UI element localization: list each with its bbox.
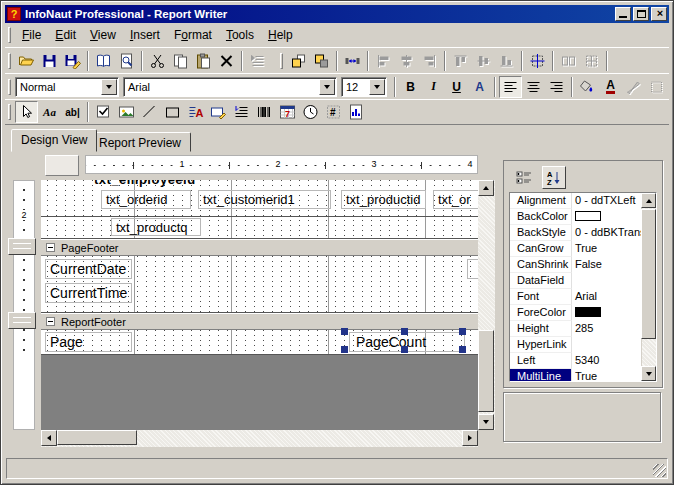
menu-edit[interactable]: Edit bbox=[48, 26, 83, 44]
minimize-button[interactable] bbox=[615, 7, 631, 21]
collapse-icon[interactable] bbox=[46, 243, 55, 252]
property-row[interactable]: DataField bbox=[510, 273, 641, 289]
barcode-tool-button[interactable] bbox=[253, 101, 276, 123]
checkbox-tool-button[interactable] bbox=[92, 101, 115, 123]
property-row[interactable]: ForeColor bbox=[510, 305, 641, 321]
field-currenttime[interactable]: CurrentTime bbox=[45, 283, 132, 303]
property-row[interactable]: HyperLink bbox=[510, 337, 641, 353]
property-row[interactable]: Alignment0 - ddTXLeft bbox=[510, 193, 641, 209]
fill-color-button[interactable] bbox=[576, 76, 599, 98]
rich-text-tool-button[interactable]: A bbox=[184, 101, 207, 123]
field-txt-productq[interactable]: txt_productq bbox=[111, 218, 201, 236]
property-row-selected[interactable]: MultiLineTrue bbox=[510, 369, 641, 382]
print-preview-button[interactable] bbox=[115, 50, 138, 72]
field-txt-productid[interactable]: txt_productid bbox=[341, 190, 426, 209]
font-size-combo[interactable]: 12 bbox=[341, 77, 387, 97]
reportfooter-section-handle[interactable] bbox=[8, 312, 36, 329]
menu-view[interactable]: View bbox=[83, 26, 123, 44]
style-combo-dropdown[interactable] bbox=[101, 79, 117, 95]
font-combo-dropdown[interactable] bbox=[319, 79, 335, 95]
pointer-tool-button[interactable] bbox=[15, 101, 38, 123]
selection-handle[interactable] bbox=[401, 346, 408, 353]
clock-tool-button[interactable] bbox=[299, 101, 322, 123]
italic-button[interactable]: I bbox=[422, 76, 445, 98]
scroll-right-button[interactable] bbox=[462, 430, 478, 446]
textbox-tool-button[interactable]: ab| bbox=[61, 101, 84, 123]
menu-insert[interactable]: Insert bbox=[123, 26, 167, 44]
font-combo[interactable]: Arial bbox=[123, 77, 337, 97]
backcolor-swatch[interactable] bbox=[575, 211, 601, 221]
save-button[interactable] bbox=[38, 50, 61, 72]
selection-handle[interactable] bbox=[401, 328, 408, 335]
property-grid-scrollbar[interactable] bbox=[641, 193, 656, 381]
menu-drag-handle[interactable] bbox=[8, 27, 11, 43]
property-row[interactable]: CanGrowTrue bbox=[510, 241, 641, 257]
vertical-scroll-thumb[interactable] bbox=[478, 330, 494, 412]
send-to-back-button[interactable] bbox=[310, 50, 333, 72]
section-reportfooter-body[interactable]: Page PageCount bbox=[41, 330, 478, 355]
categorized-view-button[interactable] bbox=[512, 166, 536, 189]
field-tool-button[interactable] bbox=[207, 101, 230, 123]
maximize-button[interactable] bbox=[633, 7, 649, 21]
scroll-down-button[interactable] bbox=[478, 414, 494, 430]
book-button[interactable] bbox=[92, 50, 115, 72]
property-row[interactable]: Left5340 bbox=[510, 353, 641, 369]
scroll-up-button[interactable] bbox=[478, 180, 494, 196]
scroll-down-button[interactable] bbox=[641, 366, 656, 381]
image-tool-button[interactable] bbox=[115, 101, 138, 123]
cut-button[interactable] bbox=[146, 50, 169, 72]
ruler-corner-button[interactable] bbox=[45, 155, 79, 176]
canvas-horizontal-scrollbar[interactable] bbox=[41, 430, 478, 447]
field-clipped-right[interactable] bbox=[467, 259, 478, 279]
style-combo[interactable]: Normal bbox=[15, 77, 119, 97]
menu-file[interactable]: File bbox=[15, 26, 48, 44]
alphabetic-sort-button[interactable]: AZ bbox=[542, 166, 566, 189]
font-button[interactable]: A bbox=[468, 76, 491, 98]
unsorted-list-tool-button[interactable] bbox=[230, 101, 253, 123]
chart-tool-button[interactable] bbox=[345, 101, 368, 123]
calendar-tool-button[interactable]: 7 bbox=[276, 101, 299, 123]
resize-grip-icon[interactable] bbox=[653, 464, 666, 477]
field-page[interactable]: Page bbox=[45, 332, 132, 352]
close-button[interactable]: × bbox=[651, 7, 667, 21]
open-button[interactable] bbox=[15, 50, 38, 72]
horizontal-spacing-button[interactable] bbox=[341, 50, 364, 72]
menu-format[interactable]: Format bbox=[167, 26, 219, 44]
property-row[interactable]: Height285 bbox=[510, 321, 641, 337]
selection-handle[interactable] bbox=[341, 346, 348, 353]
label-tool-button[interactable]: Aa bbox=[38, 101, 61, 123]
horizontal-scroll-thumb[interactable] bbox=[57, 430, 137, 445]
section-pagefooter-body[interactable]: CurrentDate CurrentTime bbox=[41, 256, 478, 313]
toolbar3-drag-handle[interactable] bbox=[8, 104, 11, 120]
line-tool-button[interactable] bbox=[138, 101, 161, 123]
section-header-pagefooter[interactable]: PageFooter bbox=[41, 239, 478, 256]
center-in-section-button[interactable] bbox=[526, 50, 549, 72]
copy-button[interactable] bbox=[169, 50, 192, 72]
field-currentdate[interactable]: CurrentDate bbox=[45, 259, 132, 279]
align-center-button[interactable] bbox=[522, 76, 545, 98]
property-row[interactable]: FontArial bbox=[510, 289, 641, 305]
field-txt-employeeid[interactable]: txt_employeeid bbox=[94, 180, 196, 187]
font-color-button[interactable]: A bbox=[599, 76, 622, 98]
field-txt-or-clipped[interactable]: txt_or bbox=[433, 190, 478, 209]
selection-handle[interactable] bbox=[341, 328, 348, 335]
underline-button[interactable]: U bbox=[445, 76, 468, 98]
selection-handle[interactable] bbox=[459, 328, 466, 335]
save-annotate-button[interactable] bbox=[61, 50, 84, 72]
toolbar1-drag-handle[interactable] bbox=[8, 53, 11, 69]
scroll-left-button[interactable] bbox=[41, 430, 57, 446]
align-right-button[interactable] bbox=[545, 76, 568, 98]
field-txt-customerid1[interactable]: txt_customerid1 bbox=[198, 190, 331, 209]
canvas-vertical-scrollbar[interactable] bbox=[478, 180, 495, 430]
bold-button[interactable]: B bbox=[399, 76, 422, 98]
toolbar1b-drag-handle[interactable] bbox=[280, 53, 283, 69]
align-left-button[interactable] bbox=[499, 76, 522, 98]
rectangle-tool-button[interactable] bbox=[161, 101, 184, 123]
paste-button[interactable] bbox=[192, 50, 215, 72]
menu-help[interactable]: Help bbox=[261, 26, 300, 44]
toolbar2-drag-handle[interactable] bbox=[8, 79, 11, 95]
page-number-tool-button[interactable]: # bbox=[322, 101, 345, 123]
report-design-canvas[interactable]: txt_employeeid txt_orderid txt_customeri… bbox=[41, 180, 478, 430]
tab-report-preview[interactable]: Report Preview bbox=[89, 132, 191, 152]
delete-button[interactable] bbox=[215, 50, 238, 72]
